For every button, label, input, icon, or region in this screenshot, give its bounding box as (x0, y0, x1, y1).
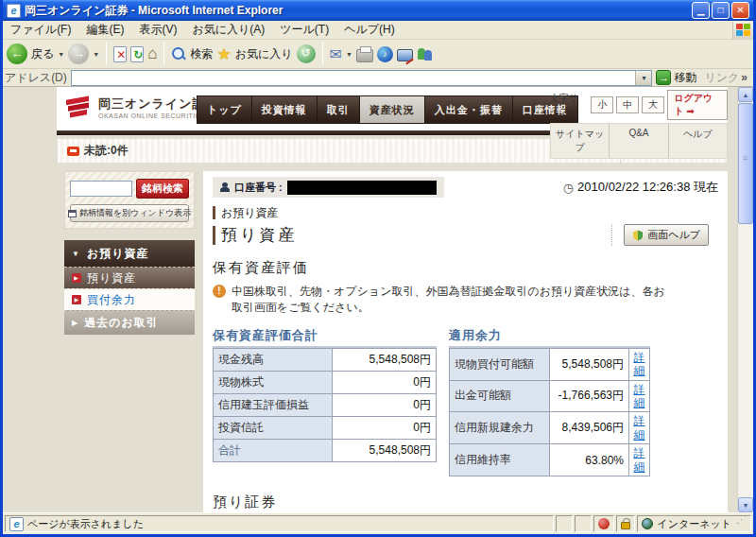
unread-count: 未読:0件 (84, 143, 129, 159)
scroll-down-icon[interactable]: ▼ (738, 497, 753, 512)
edit-icon[interactable] (397, 49, 413, 61)
sidebar-menu-header-deposit-assets[interactable]: ▼ お預り資産 (64, 240, 195, 267)
history-icon[interactable]: ↺ (297, 44, 316, 63)
go-arrow-icon: → (656, 70, 671, 85)
chevron-down-icon: ▼ (72, 250, 80, 258)
zone-pane: インターネット (637, 515, 751, 532)
margin-table-title: 適用余力 (449, 327, 650, 348)
table-row: 現金残高5,548,508円 (214, 348, 437, 371)
search-label[interactable]: 検索 (190, 46, 213, 62)
nav-tab-invest-info[interactable]: 投資情報 (252, 96, 317, 123)
menu-favorites[interactable]: お気に入り(A) (184, 20, 272, 40)
new-window-icon (68, 210, 77, 217)
font-size-medium-button[interactable]: 中 (616, 96, 639, 113)
page-title: 預り資産 (213, 226, 297, 245)
summary-table-title: 保有資産評価合計 (213, 327, 437, 348)
table-row: 信用建玉評価損益0円 (214, 393, 437, 416)
breadcrumb: お預り資産 (213, 206, 718, 219)
sidebar-item-buying-power[interactable]: ▶ 買付余力 (64, 288, 195, 310)
qa-link[interactable]: Q&A (609, 124, 667, 158)
mail-dropdown-icon[interactable]: ▼ (346, 51, 352, 58)
stock-search-input[interactable] (70, 181, 132, 197)
back-icon[interactable]: ← (7, 43, 27, 64)
main-content: 口座番号 : ◷ 2010/02/22 12:26:38 現在 お預り資産 預り… (203, 171, 728, 512)
status-bar: e ページが表示されました インターネット (3, 512, 753, 534)
section-heading-holdings-valuation: 保有資産評価 (213, 259, 718, 277)
refresh-icon[interactable]: ↻ (130, 46, 144, 62)
stock-search-button[interactable]: 銘柄検索 (136, 179, 189, 199)
mail-icon[interactable]: ✉ (330, 45, 342, 63)
vertical-scrollbar[interactable]: ▲ ▼ (737, 87, 753, 512)
menu-edit[interactable]: 編集(E) (78, 20, 131, 40)
font-size-large-button[interactable]: 大 (642, 96, 664, 113)
site-logo[interactable]: 岡三オンライン証券 OKASAN ONLINE SECURITIES (64, 94, 219, 120)
maximize-button[interactable]: □ (712, 2, 730, 19)
logout-button[interactable]: ログアウト ➡ (667, 90, 728, 120)
menu-bar: ファイル(F) 編集(E) 表示(V) お気に入り(A) ツール(T) ヘルプ(… (3, 21, 753, 40)
search-icon[interactable] (171, 46, 186, 61)
close-button[interactable]: ✕ (731, 2, 749, 19)
open-stock-window-button[interactable]: 銘柄情報を別ウィンドウ表示 (70, 204, 189, 222)
go-button[interactable]: → 移動 (656, 70, 696, 86)
chevron-right-icon: ▶ (72, 319, 78, 327)
toolbar: ← 戻る ▼ → ▼ ✕ ↻ ⌂ 検索 ★ お気に入り ↺ ✉ ▼ ♪ (3, 40, 753, 69)
minimize-button[interactable]: ▁ (692, 2, 710, 19)
back-label[interactable]: 戻る (31, 46, 54, 62)
nav-tab-trade[interactable]: 取引 (318, 96, 359, 123)
links-toggle[interactable]: リンク» (700, 70, 751, 86)
sidebar-menu: ▼ お預り資産 ▶ 預り資産 ▶ 買付余力 (64, 240, 195, 335)
clock-icon: ◷ (563, 181, 574, 195)
table-row: 信用新規建余力 8,439,506円 詳細 (450, 412, 650, 444)
help-link[interactable]: ヘルプ (668, 124, 727, 158)
screen-help-button[interactable]: 画面ヘルプ (624, 224, 709, 246)
windows-logo-icon (732, 22, 753, 39)
table-row-total: 合計5,548,508円 (214, 439, 437, 461)
address-input[interactable]: ▼ (71, 70, 653, 86)
forward-icon[interactable]: → (68, 43, 89, 64)
beginner-mark-icon (632, 230, 644, 241)
title-bar[interactable]: e 岡三オンライン証券 - Microsoft Internet Explore… (3, 0, 753, 21)
nav-tab-top[interactable]: トップ (198, 96, 251, 123)
menu-tools[interactable]: ツール(T) (272, 20, 336, 40)
favorites-label[interactable]: お気に入り (235, 46, 293, 62)
table-row: 信用維持率 63.80% 詳細 (450, 444, 650, 476)
sitemap-link[interactable]: サイトマップ (551, 124, 609, 158)
sidebar-item-past-trades[interactable]: ▶ 過去のお取引 (64, 310, 195, 335)
page-viewport: 岡三オンライン証券 OKASAN ONLINE SECURITIES トップ 投… (3, 87, 753, 512)
messenger-icon[interactable] (417, 46, 434, 61)
table-row: 投資信託0円 (214, 416, 437, 439)
stop-icon[interactable]: ✕ (113, 46, 127, 62)
ssl-pane[interactable] (616, 515, 635, 532)
status-message: ページが表示されました (27, 517, 144, 531)
stock-search-panel: 銘柄検索 銘柄情報を別ウィンドウ表示 (64, 171, 195, 229)
font-size-small-button[interactable]: 小 (591, 96, 613, 113)
sidebar-item-deposit-assets[interactable]: ▶ 預り資産 (64, 267, 195, 288)
scroll-up-icon[interactable]: ▲ (738, 87, 753, 102)
sub-nav: サイトマップ Q&A ヘルプ (550, 123, 728, 159)
detail-link[interactable]: 詳細 (633, 383, 645, 410)
favorites-icon[interactable]: ★ (216, 44, 231, 64)
detail-link[interactable]: 詳細 (633, 351, 645, 378)
section-heading-deposited-securities: 預り証券 (213, 494, 718, 511)
home-icon[interactable]: ⌂ (147, 44, 157, 63)
forward-dropdown-icon[interactable]: ▼ (93, 51, 99, 58)
detail-link[interactable]: 詳細 (633, 414, 645, 442)
detail-link[interactable]: 詳細 (633, 446, 645, 474)
ie-page-icon: e (7, 4, 21, 18)
media-icon[interactable]: ♪ (377, 46, 393, 62)
table-row: 出金可能額 -1,766,563円 詳細 (450, 380, 650, 412)
back-dropdown-icon[interactable]: ▼ (58, 51, 64, 58)
menu-file[interactable]: ファイル(F) (3, 20, 78, 40)
nav-tab-deposit-withdraw[interactable]: 入出金・振替 (425, 96, 512, 123)
sidebar: 銘柄検索 銘柄情報を別ウィンドウ表示 ▼ お預り資産 (64, 171, 195, 335)
menu-view[interactable]: 表示(V) (131, 20, 184, 40)
main-nav: トップ 投資情報 取引 資産状況 入出金・振替 口座情報 (197, 95, 578, 124)
margin-capacity-table: 適用余力 現物買付可能額 5,548,508円 詳細 出金可能額 (449, 327, 650, 476)
unread-mail-icon (67, 147, 79, 156)
account-number-redacted (287, 181, 437, 195)
nav-tab-assets[interactable]: 資産状況 (360, 96, 424, 123)
print-icon[interactable] (356, 49, 373, 62)
scrollbar-thumb[interactable] (738, 103, 753, 224)
address-dropdown-icon[interactable]: ▼ (635, 71, 651, 85)
menu-help[interactable]: ヘルプ(H) (336, 20, 403, 40)
